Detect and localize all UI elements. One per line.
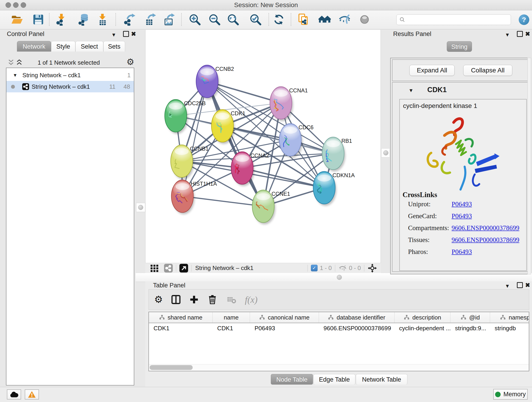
section-collapse-icon[interactable]: ▼ [409,88,413,94]
table-cell[interactable]: P06493 [250,323,319,333]
export-image-icon[interactable] [163,13,175,26]
network-node-HIST1H1A[interactable]: HIST1H1A [171,180,217,214]
control-panel-close-icon[interactable]: ✖ [131,31,136,37]
zoom-out-icon[interactable] [208,13,221,26]
table-options-gear-icon[interactable]: ⚙ [154,295,163,304]
export-table-icon[interactable] [144,13,157,26]
open-session-icon[interactable] [11,13,23,26]
results-scrollbar[interactable] [527,58,531,274]
refresh-icon[interactable] [273,13,285,26]
table-cell[interactable]: stringdb:9... [450,323,490,333]
table-cell[interactable]: stringdb [490,323,529,333]
network-node-CCNB2[interactable]: CCNB2 [196,65,234,99]
tab-network[interactable]: Network [17,41,51,51]
table-panel-menu-icon[interactable]: ▾ [506,283,509,289]
clone-network-icon[interactable] [298,13,310,26]
network-node-CCNA1[interactable]: CCNA1 [270,87,308,121]
control-panel-float-icon[interactable] [123,31,129,37]
birds-eye-view-icon[interactable] [150,264,159,273]
table-panel-close-icon[interactable]: ✖ [525,282,530,288]
zoom-selected-icon[interactable] [249,13,262,26]
memory-button[interactable]: Memory [493,389,528,400]
import-database-icon[interactable] [77,13,90,26]
tab-string[interactable]: String [447,41,472,52]
table-cell[interactable]: CDK1 [213,323,250,333]
show-all-networks-icon[interactable] [318,13,331,26]
table-panel-float-icon[interactable] [517,282,523,288]
network-collection-row[interactable]: ▼ String Network – cdk1 1 [6,70,134,81]
detach-view-icon[interactable] [179,264,188,273]
hidden-elements-icon[interactable] [338,264,347,272]
table-cell[interactable]: 9606.ENSP00000378699 [319,323,394,333]
function-builder-button[interactable]: f(x) [245,294,258,305]
network-edge[interactable] [182,81,207,196]
selected-nodes-checkbox-icon[interactable]: ✓ [311,265,317,271]
cloud-button[interactable] [7,389,21,400]
column-header-shared-name[interactable]: shared name [149,312,213,323]
crosslink-value-link[interactable]: P06493 [452,248,472,255]
results-panel-close-icon[interactable]: ✖ [525,31,530,37]
column-header-namespace[interactable]: namespace [490,312,529,323]
network-node-CCNE1[interactable]: CCNE1 [252,190,290,224]
delete-table-icon[interactable] [227,295,236,304]
crosslink-value-link[interactable]: 9606.ENSP00000378699 [452,224,519,232]
tab-style[interactable]: Style [51,41,75,51]
column-header--id[interactable]: @id [450,312,490,323]
collapse-all-networks-icon[interactable] [16,59,23,66]
network-node-RB1[interactable]: RB1 [322,137,352,172]
expand-all-button[interactable]: Expand All [409,65,455,76]
table-row[interactable]: CDK1CDK1P064939606.ENSP00000378699cyclin… [149,323,529,333]
column-header-name[interactable]: name [213,312,250,323]
table-cell[interactable]: cyclin-dependent ... [394,323,450,333]
create-column-icon[interactable] [189,294,199,305]
collection-collapse-icon[interactable]: ▼ [13,73,17,78]
delete-column-icon[interactable] [207,294,217,305]
network-edge[interactable] [207,81,263,206]
column-header-canonical-name[interactable]: canonical name [250,312,319,323]
collapse-all-button[interactable]: Collapse All [463,65,512,76]
expand-all-networks-icon[interactable] [7,59,15,66]
save-session-icon[interactable] [32,13,44,26]
network-edge[interactable] [182,196,263,206]
network-overview-icon[interactable] [164,264,173,273]
left-splitter[interactable] [136,30,145,273]
table-cell[interactable]: CDK1 [149,323,213,333]
zoom-in-icon[interactable] [189,13,201,26]
crosslink-value-link[interactable]: P06493 [452,212,472,220]
scrollbar-thumb[interactable] [150,365,193,370]
results-panel-menu-icon[interactable]: ▾ [506,32,509,38]
tab-select[interactable]: Select [75,41,103,51]
network-node-CDKN1A[interactable]: CDKN1A [313,172,355,206]
column-header-description[interactable]: description [394,312,450,323]
hide-details-icon[interactable] [338,13,351,26]
network-node-CCNB1[interactable]: CCNB1 [171,145,209,179]
zoom-fit-icon[interactable] [227,13,239,26]
right-splitter-handle[interactable] [381,148,390,157]
network-node-CDC6[interactable]: CDC6 [279,123,313,158]
crosslink-value-link[interactable]: P06493 [452,200,472,208]
table-horizontal-scrollbar[interactable] [149,364,529,371]
network-canvas[interactable]: CCNB2CCNA1CDC25BCDK1CDC6RB1CCNB1CCNA2CDK… [145,30,381,263]
export-network-icon[interactable] [124,13,136,26]
column-header-database-identifier[interactable]: database identifier [319,312,394,323]
search-field[interactable] [396,14,511,25]
network-options-gear-icon[interactable]: ⚙ [127,57,134,67]
pan-crosshair-icon[interactable] [367,263,377,273]
left-splitter-handle[interactable] [136,203,145,212]
results-panel-float-icon[interactable] [517,31,523,37]
show-columns-icon[interactable] [171,294,181,305]
tab-node-table[interactable]: Node Table [271,374,313,385]
warnings-button[interactable] [25,389,39,400]
import-table-icon[interactable] [96,13,109,26]
show-details-icon[interactable] [358,13,371,26]
tab-edge-table[interactable]: Edge Table [313,374,355,385]
help-button[interactable]: ? [519,14,529,25]
network-node-CCNA2[interactable]: CCNA2 [231,152,269,186]
control-panel-menu-icon[interactable]: ▾ [112,32,115,38]
horizontal-splitter-handle[interactable] [337,275,342,280]
tab-sets[interactable]: Sets [103,41,125,51]
right-splitter[interactable] [381,30,390,273]
tab-network-table[interactable]: Network Table [356,374,407,385]
crosslink-value-link[interactable]: 9606.ENSP00000378699 [452,236,519,244]
import-network-icon[interactable] [55,13,68,26]
